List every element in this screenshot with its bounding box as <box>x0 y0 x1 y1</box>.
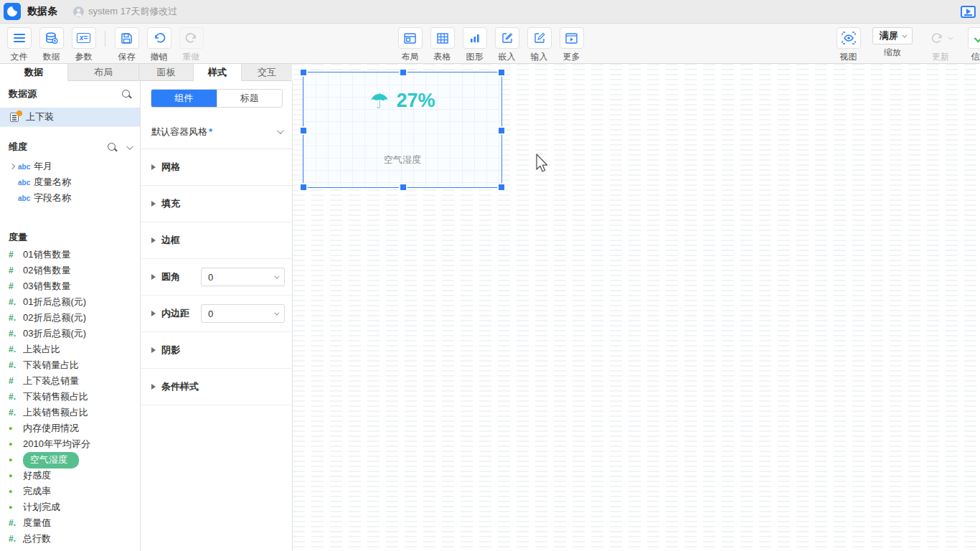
dimension-item[interactable]: abc 年月 <box>0 159 140 174</box>
measure-item[interactable]: ●内存使用情况 <box>0 420 140 436</box>
measure-item[interactable]: #03销售数量 <box>0 278 140 294</box>
calc-measure-icon: ● <box>9 488 23 495</box>
tab-layout[interactable]: 布局 <box>68 64 139 81</box>
calc-measure-icon: ● <box>9 472 23 479</box>
measure-item[interactable]: #02销售数量 <box>0 263 140 278</box>
measure-item-selected[interactable]: ●空气湿度 <box>0 452 140 468</box>
menu-icon <box>7 27 32 49</box>
measure-item[interactable]: #.03折后总额(元) <box>0 326 140 342</box>
section-fill[interactable]: 填充 <box>141 186 292 222</box>
measure-item[interactable]: #.上装占比 <box>0 342 140 357</box>
decimal-type-icon: #. <box>9 534 23 544</box>
undo-button[interactable]: 撤销 <box>143 27 175 63</box>
section-grid[interactable]: 网格 <box>141 149 292 186</box>
search-icon[interactable] <box>108 143 117 152</box>
segment-title[interactable]: 标题 <box>217 90 283 107</box>
collapse-arrow-icon <box>151 237 156 243</box>
resize-handle-nw[interactable] <box>301 70 306 75</box>
radius-select[interactable]: 0 <box>201 268 285 286</box>
collapse-arrow-icon <box>151 384 156 390</box>
measure-item[interactable]: #.上装销售额占比 <box>0 405 140 420</box>
parameter-icon: x= <box>72 27 96 49</box>
resize-handle-e[interactable] <box>499 128 504 133</box>
fullscreen-dropdown[interactable]: 满屏 <box>872 27 913 44</box>
tab-style[interactable]: 样式 <box>194 64 242 81</box>
section-shadow[interactable]: 阴影 <box>141 332 292 369</box>
kpi-widget-selected[interactable]: ☂ 27% 空气湿度 <box>303 72 502 188</box>
measure-item[interactable]: #.下装销售额占比 <box>0 389 140 405</box>
measure-item[interactable]: #.总行数 <box>0 531 140 547</box>
resize-handle-sw[interactable] <box>301 184 306 190</box>
measure-item[interactable]: #.度量值 <box>0 515 140 531</box>
section-radius[interactable]: 圆角 0 <box>141 259 292 296</box>
chevron-down-icon <box>948 34 953 39</box>
toolbar-separator <box>105 31 105 47</box>
dimension-item[interactable]: abc 字段名称 <box>0 190 140 206</box>
resize-handle-se[interactable] <box>499 184 504 190</box>
media-box-icon <box>560 27 584 49</box>
measure-item[interactable]: #上下装总销量 <box>0 373 140 389</box>
pencil-box-icon <box>527 27 552 49</box>
tab-data[interactable]: 数据 <box>0 64 68 81</box>
measure-item[interactable]: #01销售数量 <box>0 247 140 263</box>
chevron-down-icon[interactable] <box>126 143 133 150</box>
save-button[interactable]: 保存 <box>110 27 143 63</box>
section-border[interactable]: 边框 <box>141 222 292 259</box>
search-icon[interactable] <box>122 90 131 99</box>
tab-panel[interactable]: 面板 <box>139 64 194 81</box>
last-modified-text: system 17天前修改过 <box>88 5 177 18</box>
calc-measure-icon: ● <box>9 425 23 432</box>
measure-item[interactable]: #.02折后总额(元) <box>0 310 140 326</box>
mouse-cursor <box>534 153 550 174</box>
file-button[interactable]: 文件 <box>3 27 35 63</box>
resize-handle-ne[interactable] <box>499 70 504 75</box>
table-widget-button[interactable]: 表格 <box>426 27 458 63</box>
parameters-button[interactable]: x= 参数 <box>67 27 100 63</box>
more-widgets-button[interactable]: 更多 <box>555 27 588 63</box>
dimension-item[interactable]: abc 度量名称 <box>0 174 140 190</box>
text-type-icon: abc <box>18 163 34 171</box>
undo-icon <box>147 27 171 49</box>
decimal-type-icon: #. <box>9 344 23 354</box>
input-widget-button[interactable]: 输入 <box>523 27 555 63</box>
info-button[interactable]: 信息 <box>963 27 980 63</box>
measure-item[interactable]: #.下装销量占比 <box>0 357 140 373</box>
datasource-item[interactable]: 上下装 <box>0 108 140 127</box>
chevron-down-icon <box>902 32 907 37</box>
pencil-box-icon <box>495 27 519 49</box>
measure-item[interactable]: #.01折后总额(元) <box>0 294 140 310</box>
umbrella-icon: ☂ <box>370 90 390 112</box>
segment-component[interactable]: 组件 <box>151 90 217 107</box>
data-button[interactable]: 数据 <box>35 27 67 63</box>
container-style-dropdown[interactable]: 默认容器风格* <box>141 115 292 149</box>
zoom-mode-value: 满屏 <box>880 29 898 42</box>
measure-item[interactable]: ●完成率 <box>0 484 140 499</box>
measures-title: 度量 <box>9 231 131 244</box>
preview-play-button[interactable] <box>961 6 976 18</box>
embed-widget-button[interactable]: 嵌入 <box>491 27 523 63</box>
padding-select[interactable]: 0 <box>201 304 285 323</box>
resize-handle-s[interactable] <box>400 184 406 190</box>
measure-item[interactable]: ●好感度 <box>0 468 140 484</box>
view-button[interactable]: 视图 <box>832 27 864 63</box>
layout-widget-button[interactable]: 布局 <box>394 27 426 63</box>
measure-item[interactable]: ●2010年平均评分 <box>0 436 140 452</box>
design-canvas[interactable]: ☂ 27% 空气湿度 <box>293 64 980 551</box>
tab-interaction[interactable]: 交互 <box>242 64 292 81</box>
dataset-icon <box>10 111 21 123</box>
app-window: 数据条 system 17天前修改过 文件 数据 x= 参数 <box>0 0 980 551</box>
required-star: * <box>209 126 212 137</box>
section-padding[interactable]: 内边距 0 <box>141 296 292 332</box>
decimal-type-icon: #. <box>9 408 23 418</box>
measure-item[interactable]: ●计划完成 <box>0 499 140 515</box>
resize-handle-n[interactable] <box>400 70 406 75</box>
app-title: 数据条 <box>27 5 57 18</box>
chevron-down-icon <box>277 127 284 134</box>
section-conditional-style[interactable]: 条件样式 <box>141 369 292 405</box>
expand-icon[interactable] <box>9 163 17 171</box>
style-target-segmented: 组件 标题 <box>151 89 283 108</box>
calc-measure-icon: ● <box>9 504 23 511</box>
decimal-type-icon: #. <box>9 313 23 323</box>
resize-handle-w[interactable] <box>301 128 306 133</box>
chart-widget-button[interactable]: 图形 <box>458 27 491 63</box>
